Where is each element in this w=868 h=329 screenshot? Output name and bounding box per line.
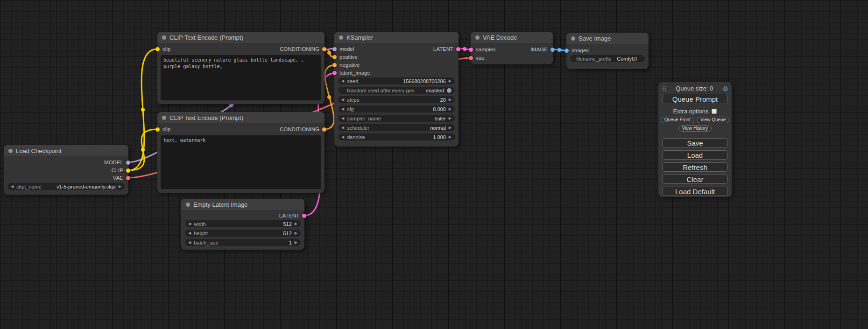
node-title-bar[interactable]: Save Image <box>566 33 649 44</box>
batch-size-widget[interactable]: ◀ batch_size 1 ▶ <box>185 239 301 246</box>
right-arrow-icon[interactable]: ▶ <box>295 222 297 226</box>
seed-widget[interactable]: ◀ seed 156680208700286 ▶ <box>338 77 455 84</box>
node-title-bar[interactable]: CLIP Text Encode (Prompt) <box>157 32 325 43</box>
filename-prefix-widget[interactable]: filename_prefix ComfyUI <box>570 55 645 62</box>
image-port-dot[interactable] <box>550 48 555 52</box>
latent-port-dot[interactable] <box>456 47 460 51</box>
collapse-dot-icon[interactable] <box>571 36 575 41</box>
node-empty-latent-image[interactable]: Empty Latent Image LATENT ◀ width 512 ▶ … <box>181 199 304 250</box>
refresh-button[interactable]: Refresh <box>662 162 728 172</box>
graph-canvas[interactable]: Load Checkpoint MODEL CLIP VAE ◀ ckpt_na… <box>0 0 868 329</box>
clear-button[interactable]: Clear <box>662 175 728 184</box>
input-vae[interactable]: vae <box>469 54 485 62</box>
collapse-dot-icon[interactable] <box>475 35 480 40</box>
left-arrow-icon[interactable]: ◀ <box>341 98 344 102</box>
queue-front-button[interactable]: Queue Front <box>661 117 694 123</box>
image-port-dot[interactable] <box>565 49 569 53</box>
right-arrow-icon[interactable]: ▶ <box>449 135 452 139</box>
input-latent-image[interactable]: latent_image <box>332 69 370 77</box>
left-arrow-icon[interactable]: ◀ <box>341 126 344 130</box>
node-title-bar[interactable]: VAE Decode <box>471 32 553 43</box>
right-arrow-icon[interactable]: ▶ <box>449 117 452 120</box>
left-arrow-icon[interactable]: ◀ <box>188 231 191 235</box>
view-history-button[interactable]: View History <box>678 125 712 132</box>
node-title-bar[interactable]: KSampler <box>334 32 459 43</box>
node-title-bar[interactable]: Load Checkpoint <box>4 145 128 156</box>
settings-gear-icon[interactable]: ⚙ <box>722 85 728 92</box>
drag-handle-icon[interactable] <box>662 85 666 92</box>
view-queue-button[interactable]: View Queue <box>697 117 729 123</box>
input-model[interactable]: model <box>332 45 354 53</box>
load-default-button[interactable]: Load Default <box>662 187 728 196</box>
latent-port-dot[interactable] <box>469 48 473 52</box>
input-samples[interactable]: samples <box>469 46 496 53</box>
prompt-textarea[interactable]: beautiful scenery nature glass bottle la… <box>161 55 321 100</box>
node-save-image[interactable]: Save Image images filename_prefix ComfyU… <box>566 33 649 69</box>
vae-port-dot[interactable] <box>126 176 130 180</box>
extra-options-checkbox[interactable] <box>712 109 717 114</box>
latent-port-dot[interactable] <box>302 214 306 218</box>
left-arrow-icon[interactable]: ◀ <box>188 241 191 245</box>
conditioning-port-dot[interactable] <box>322 127 326 132</box>
left-arrow-icon[interactable]: ◀ <box>11 185 14 189</box>
height-widget[interactable]: ◀ height 512 ▶ <box>185 230 301 237</box>
latent-port-dot[interactable] <box>332 71 337 75</box>
node-title-bar[interactable]: Empty Latent Image <box>181 199 304 210</box>
width-widget[interactable]: ◀ width 512 ▶ <box>185 220 301 227</box>
input-clip[interactable]: clip <box>155 126 170 133</box>
input-images[interactable]: images <box>565 47 589 54</box>
collapse-dot-icon[interactable] <box>186 203 190 207</box>
left-arrow-icon[interactable]: ◀ <box>341 135 344 139</box>
right-arrow-icon[interactable]: ▶ <box>119 185 121 189</box>
left-arrow-icon[interactable]: ◀ <box>341 79 344 83</box>
denoise-widget[interactable]: ◀ denoise 1.000 ▶ <box>338 133 455 140</box>
collapse-dot-icon[interactable] <box>162 35 166 40</box>
output-conditioning[interactable]: CONDITIONING <box>280 126 326 133</box>
output-conditioning[interactable]: CONDITIONING <box>280 45 326 53</box>
node-vae-decode[interactable]: VAE Decode samples vae IMAGE <box>471 32 553 64</box>
right-arrow-icon[interactable]: ▶ <box>449 107 452 111</box>
left-arrow-icon[interactable]: ◀ <box>341 107 344 111</box>
right-arrow-icon[interactable]: ▶ <box>295 241 297 245</box>
clip-port-dot[interactable] <box>126 168 130 173</box>
right-arrow-icon[interactable]: ▶ <box>449 126 452 130</box>
left-arrow-icon[interactable]: ◀ <box>341 117 344 120</box>
output-vae[interactable]: VAE <box>113 174 130 182</box>
right-arrow-icon[interactable]: ▶ <box>295 231 297 235</box>
random-seed-toggle[interactable]: Random seed after every gen enabled <box>338 87 455 94</box>
output-latent[interactable]: LATENT <box>279 212 306 219</box>
input-clip[interactable]: clip <box>155 45 170 53</box>
node-clip-text-encode-negative[interactable]: CLIP Text Encode (Prompt) clip CONDITION… <box>157 112 325 193</box>
output-image[interactable]: IMAGE <box>530 46 555 53</box>
prompt-textarea[interactable]: text, watermark <box>161 135 321 189</box>
output-model[interactable]: MODEL <box>104 159 130 166</box>
node-ksampler[interactable]: KSampler model positive negative latent_… <box>334 32 459 147</box>
scheduler-widget[interactable]: ◀ scheduler normal ▶ <box>338 124 455 131</box>
clip-port-dot[interactable] <box>155 47 160 51</box>
ckpt-name-widget[interactable]: ◀ ckpt_name v1-5-pruned-emaonly.ckpt ▶ <box>7 183 125 190</box>
left-arrow-icon[interactable]: ◀ <box>188 222 191 226</box>
load-button[interactable]: Load <box>662 150 728 160</box>
collapse-dot-icon[interactable] <box>339 35 343 40</box>
right-arrow-icon[interactable]: ▶ <box>449 98 452 102</box>
model-port-dot[interactable] <box>332 47 337 51</box>
output-clip[interactable]: CLIP <box>111 167 130 174</box>
steps-widget[interactable]: ◀ steps 20 ▶ <box>338 96 455 103</box>
collapse-dot-icon[interactable] <box>162 116 166 120</box>
cfg-widget[interactable]: ◀ cfg 8.000 ▶ <box>338 105 455 112</box>
node-clip-text-encode-positive[interactable]: CLIP Text Encode (Prompt) clip CONDITION… <box>157 32 325 104</box>
vae-port-dot[interactable] <box>469 56 473 60</box>
input-positive[interactable]: positive <box>332 53 358 61</box>
conditioning-port-dot[interactable] <box>332 55 337 59</box>
queue-prompt-button[interactable]: Queue Prompt <box>662 94 728 104</box>
conditioning-port-dot[interactable] <box>322 47 326 51</box>
conditioning-port-dot[interactable] <box>332 63 337 67</box>
right-arrow-icon[interactable]: ▶ <box>449 79 452 83</box>
model-port-dot[interactable] <box>126 161 130 165</box>
node-title-bar[interactable]: CLIP Text Encode (Prompt) <box>157 112 325 123</box>
node-load-checkpoint[interactable]: Load Checkpoint MODEL CLIP VAE ◀ ckpt_na… <box>4 145 128 195</box>
input-negative[interactable]: negative <box>332 61 360 69</box>
sampler-name-widget[interactable]: ◀ sampler_name euler ▶ <box>338 115 455 122</box>
collapse-dot-icon[interactable] <box>8 149 13 153</box>
clip-port-dot[interactable] <box>155 127 160 132</box>
